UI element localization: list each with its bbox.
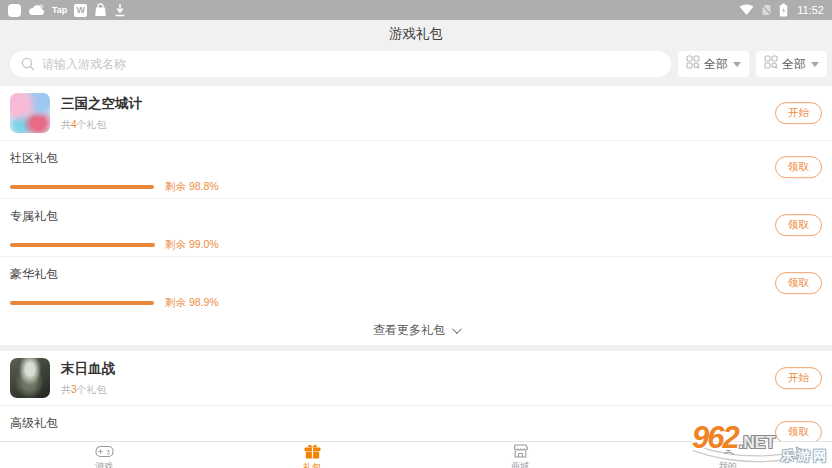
download-icon xyxy=(114,3,126,17)
claim-button[interactable]: 领取 xyxy=(775,156,822,178)
game-icon xyxy=(10,358,50,398)
search-row: 全部 全部 xyxy=(0,48,832,86)
battery-icon xyxy=(779,3,788,17)
gift-progress-fill xyxy=(10,243,155,247)
nav-item-gifts[interactable]: 礼包 xyxy=(208,442,416,468)
tap-icon: Tap xyxy=(52,5,67,15)
view-more-gifts[interactable]: 查看更多礼包 xyxy=(0,315,832,345)
gift-name: 社区礼包 xyxy=(10,150,822,167)
remain-label: 剩余 98.9% xyxy=(165,296,219,310)
w-icon: W xyxy=(74,4,87,17)
gift-name: 豪华礼包 xyxy=(10,266,822,283)
gift-row: 社区礼包 剩余 98.8% 领取 xyxy=(0,141,832,199)
gift-progress-track xyxy=(10,185,156,189)
game-meta: 末日血战 共3个礼包 xyxy=(61,360,115,397)
gift-progress-track xyxy=(10,301,156,305)
grid-search-icon xyxy=(764,55,778,73)
start-button[interactable]: 开始 xyxy=(775,102,822,124)
search-input[interactable] xyxy=(10,51,671,77)
filter-label: 全部 xyxy=(704,56,728,73)
remain-label: 剩余 99.0% xyxy=(165,238,219,252)
game-gift-count: 共4个礼包 xyxy=(61,118,142,132)
gift-progress-fill xyxy=(10,301,154,305)
remain-label: 剩余 98.8% xyxy=(165,180,219,194)
nav-label: 我的 xyxy=(719,462,737,468)
game-gift-count: 共3个礼包 xyxy=(61,383,115,397)
gamepad-icon xyxy=(95,444,114,462)
claim-button[interactable]: 领取 xyxy=(775,421,822,443)
game-icon xyxy=(10,93,50,133)
game-card-sanguo: 三国之空城计 共4个礼包 开始 社区礼包 剩余 98.8% 领取 专属礼包 剩余… xyxy=(0,86,832,345)
status-bar: Tap W 11:52 xyxy=(0,0,832,20)
game-meta: 三国之空城计 共4个礼包 xyxy=(61,95,142,132)
search-icon xyxy=(21,57,35,75)
cloud-icon xyxy=(28,4,45,16)
nav-label: 游戏 xyxy=(95,462,113,468)
store-icon xyxy=(512,444,529,462)
nav-label: 礼包 xyxy=(303,463,321,468)
game-name: 三国之空城计 xyxy=(61,95,142,113)
nav-item-mine[interactable]: 我的 xyxy=(624,442,832,468)
start-button[interactable]: 开始 xyxy=(775,367,822,389)
gift-progress: 剩余 98.9% xyxy=(10,296,822,310)
claim-button[interactable]: 领取 xyxy=(775,214,822,236)
bag-icon xyxy=(94,3,107,17)
user-icon xyxy=(721,444,736,462)
grid-search-icon xyxy=(686,55,700,73)
gift-progress-fill xyxy=(10,185,154,189)
game-name: 末日血战 xyxy=(61,360,115,378)
status-time: 11:52 xyxy=(797,4,824,16)
gift-name: 专属礼包 xyxy=(10,208,822,225)
wifi-icon xyxy=(739,4,754,16)
game-header[interactable]: 三国之空城计 共4个礼包 开始 xyxy=(0,86,832,141)
game-header[interactable]: 末日血战 共3个礼包 开始 xyxy=(0,351,832,406)
nav-item-mall[interactable]: 商城 xyxy=(416,442,624,468)
gift-progress: 剩余 99.0% xyxy=(10,238,822,252)
filter-category-2[interactable]: 全部 xyxy=(756,51,827,77)
chevron-down-icon xyxy=(733,62,741,67)
view-more-label: 查看更多礼包 xyxy=(373,322,445,339)
title-bar: 游戏礼包 xyxy=(0,20,832,48)
page-title: 游戏礼包 xyxy=(389,25,443,43)
status-bar-right: 11:52 xyxy=(739,3,824,17)
gift-progress-track xyxy=(10,243,156,247)
gift-row: 豪华礼包 剩余 98.9% 领取 xyxy=(0,257,832,315)
filter-category-1[interactable]: 全部 xyxy=(678,51,749,77)
app-screen: Tap W 11:52 游戏礼包 xyxy=(0,0,832,468)
no-sim-icon xyxy=(761,4,772,16)
gift-row: 专属礼包 剩余 99.0% 领取 xyxy=(0,199,832,257)
app-square-icon xyxy=(8,4,21,17)
chevron-down-icon xyxy=(811,62,819,67)
status-bar-left: Tap W xyxy=(8,3,126,17)
gift-icon xyxy=(304,444,321,463)
claim-button[interactable]: 领取 xyxy=(775,272,822,294)
chevron-down-icon xyxy=(452,324,462,334)
nav-label: 商城 xyxy=(511,462,529,468)
search-box xyxy=(10,51,671,77)
filter-label: 全部 xyxy=(782,56,806,73)
nav-item-games[interactable]: 游戏 xyxy=(0,442,208,468)
gift-progress: 剩余 98.8% xyxy=(10,180,822,194)
gift-name: 高级礼包 xyxy=(10,415,822,432)
bottom-nav: 游戏 礼包 商城 我的 xyxy=(0,441,832,468)
